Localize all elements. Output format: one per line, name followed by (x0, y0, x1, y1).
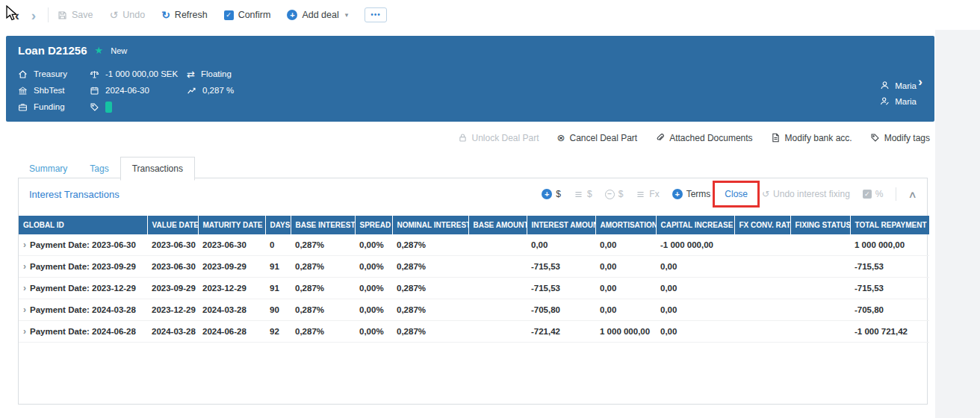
table-row[interactable]: ›Payment Date: 2024-06-282024-03-282024-… (19, 321, 929, 343)
cell: 0,00% (355, 278, 392, 299)
user-edit-icon (880, 96, 890, 106)
panel-header: Interest Transactions + $ $ − $ Fx (19, 178, 927, 207)
remove-cashflow-button[interactable]: − $ (605, 189, 624, 199)
add-deal-button[interactable]: + Add deal ▾ (287, 10, 348, 20)
cell (734, 256, 790, 278)
close-button[interactable]: Close (723, 189, 749, 199)
save-button[interactable]: Save (58, 10, 93, 20)
tab-transactions[interactable]: Transactions (120, 157, 195, 181)
forward-button[interactable]: › (25, 8, 42, 22)
tags-item[interactable] (90, 102, 187, 113)
cell (790, 278, 850, 299)
mouse-cursor (4, 5, 19, 22)
column-header[interactable]: CAPITAL INCREASE (656, 216, 734, 234)
column-header[interactable]: INTEREST AMOUNT (527, 216, 595, 234)
percent-toggle[interactable]: ✓ % (863, 189, 884, 199)
global-id-cell: ›Payment Date: 2024-03-28 (19, 299, 147, 321)
cell: 0,287% (291, 299, 355, 321)
tag-icon (870, 133, 880, 143)
cell: 2023-06-30 (147, 256, 198, 278)
column-header[interactable]: FIXING STATUS (790, 216, 850, 234)
fx-schedule-label: Fx (649, 189, 659, 199)
cell (734, 278, 790, 299)
cell: -1 000 000,00 (656, 234, 734, 256)
deal-header-expand-button[interactable]: › (918, 75, 922, 90)
cell: 1 000 000,00 (595, 321, 656, 343)
table-row[interactable]: ›Payment Date: 2023-12-292023-09-292023-… (19, 278, 929, 299)
cell: 0,287% (392, 234, 468, 256)
home-icon (18, 69, 28, 79)
owner-row: Maria (880, 81, 917, 90)
column-header[interactable]: DAYS (265, 216, 291, 234)
confirm-label: Confirm (238, 10, 271, 20)
terms-button[interactable]: + Terms (672, 189, 711, 199)
terms-label: Terms (686, 189, 711, 199)
table-body: ›Payment Date: 2023-06-302023-06-302023-… (19, 234, 929, 343)
cell: 0,00% (355, 256, 392, 278)
schedule-cashflow-button[interactable]: $ (574, 189, 592, 199)
column-header[interactable]: GLOBAL ID (19, 216, 147, 234)
interest-rate: 0,287 % (202, 86, 234, 95)
tab-summary[interactable]: Summary (18, 157, 78, 180)
interest-rate-item: 0,287 % (187, 86, 234, 96)
deal-actions-bar: Unlock Deal Part ⊗ Cancel Deal Part Atta… (458, 132, 930, 143)
deal-users: Maria Maria (880, 81, 917, 106)
undo-button[interactable]: ↺ Undo (110, 10, 146, 20)
row-expand-icon[interactable]: › (23, 283, 26, 293)
tag-icon (90, 102, 99, 112)
cancel-deal-part-button[interactable]: ⊗ Cancel Deal Part (557, 132, 638, 143)
confirm-button[interactable]: ✓ Confirm (224, 10, 271, 20)
collapse-panel-button[interactable]: ∧ (908, 189, 917, 200)
column-header[interactable]: MATURITY DATE (198, 216, 265, 234)
cell: 2023-06-30 (147, 234, 198, 256)
close-button-wrap: Close (723, 189, 749, 199)
column-header[interactable]: BASE INTEREST (291, 216, 355, 234)
undo-interest-fixing-button[interactable]: ↺ Undo interest fixing (762, 189, 850, 199)
confirm-icon: ✓ (224, 10, 234, 20)
modify-bank-acc-button[interactable]: Modify bank acc. (771, 133, 852, 143)
column-header[interactable]: FX CONV. RATE (734, 216, 790, 234)
cell: 91 (265, 278, 291, 299)
document-icon (771, 133, 781, 143)
table-row[interactable]: ›Payment Date: 2024-03-282023-12-292024-… (19, 299, 929, 321)
cell: 2023-12-29 (198, 278, 265, 299)
row-expand-icon[interactable]: › (23, 326, 26, 337)
modify-tags-button[interactable]: Modify tags (870, 133, 930, 143)
modified-by-name: Maria (895, 97, 917, 106)
deal-info-grid: Treasury -1 000 000,00 SEK ⇄ Floating Sh… (18, 66, 234, 115)
tab-tags[interactable]: Tags (78, 157, 120, 180)
table-head: GLOBAL IDVALUE DATEMATURITY DATEDAYSBASE… (19, 216, 929, 234)
modify-tags-label: Modify tags (884, 133, 930, 143)
refresh-button[interactable]: ↻ Refresh (161, 10, 208, 20)
cell (790, 321, 850, 343)
cancel-label: Cancel Deal Part (569, 133, 637, 143)
column-header[interactable]: SPREAD (355, 216, 392, 234)
refresh-icon: ↻ (161, 10, 170, 20)
deal-header: Loan D21256 ★ New Treasury -1 000 000,00… (6, 36, 934, 122)
attached-documents-button[interactable]: Attached Documents (655, 133, 752, 143)
cell: -721,42 (527, 321, 595, 343)
paperclip-icon (655, 133, 665, 143)
global-id-cell: ›Payment Date: 2024-06-28 (19, 321, 147, 343)
column-header[interactable]: BASE AMOUNT (468, 216, 527, 234)
table-row[interactable]: ›Payment Date: 2023-09-292023-06-302023-… (19, 256, 929, 278)
add-cashflow-button[interactable]: + $ (542, 189, 561, 199)
column-header[interactable]: VALUE DATE (147, 216, 198, 234)
row-expand-icon[interactable]: › (23, 240, 26, 250)
column-header[interactable]: NOMINAL INTEREST (392, 216, 468, 234)
undo-interest-fixing-label: Undo interest fixing (773, 189, 850, 199)
deal-title-row: Loan D21256 ★ New (6, 36, 934, 57)
column-header[interactable]: AMORTISATION (595, 216, 656, 234)
cell: 0,287% (291, 321, 355, 343)
add-deal-label: Add deal (302, 10, 338, 20)
list-icon (574, 190, 583, 199)
fx-schedule-button[interactable]: Fx (636, 189, 659, 199)
cell: 0,00 (656, 299, 734, 321)
row-expand-icon[interactable]: › (23, 261, 26, 272)
table-row[interactable]: ›Payment Date: 2023-06-302023-06-302023-… (19, 234, 929, 256)
remove-cashflow-label: $ (618, 189, 624, 199)
column-header[interactable]: TOTAL REPAYMENT (850, 216, 929, 234)
row-expand-icon[interactable]: › (23, 305, 26, 315)
more-actions-button[interactable]: ••• (365, 7, 387, 22)
unlock-deal-part-button[interactable]: Unlock Deal Part (458, 133, 539, 143)
